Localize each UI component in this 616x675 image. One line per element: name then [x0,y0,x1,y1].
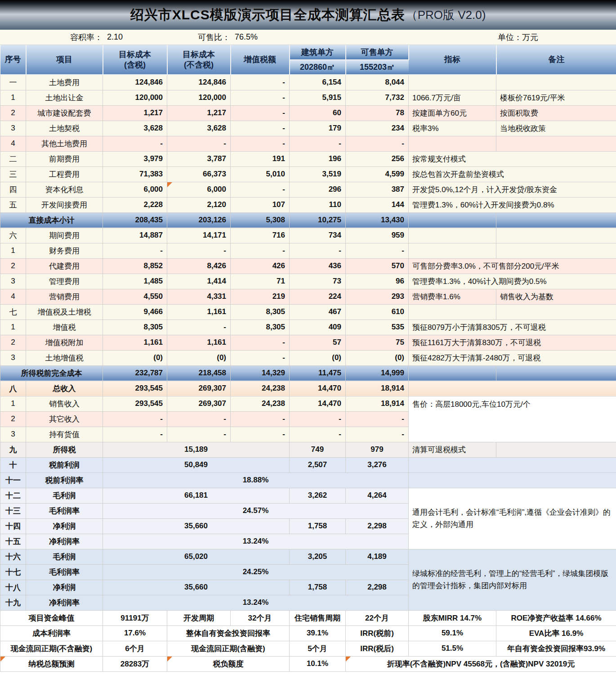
table-cell[interactable]: 6个月 [103,641,167,656]
table-cell[interactable]: 期间费用 [26,228,103,243]
table-cell[interactable]: 3 [0,274,26,289]
table-cell[interactable]: 2 [0,105,26,121]
table-cell[interactable]: 折现率(不含融资)NPV 45568元，(含融资)NPV 32019元 [346,656,616,671]
table-cell[interactable]: 2,298 [346,580,409,595]
table-cell[interactable]: 14,329 [231,365,290,381]
table-cell[interactable]: 387 [346,182,409,197]
table-cell[interactable]: 24,238 [231,396,290,411]
table-cell[interactable]: 开发间接费用 [26,197,103,212]
table-cell[interactable]: 毛利润率 [26,564,103,580]
table-cell[interactable]: 管理费1.3%，60%计入开发间接费为0.8% [409,197,616,212]
table-cell[interactable]: 179 [290,121,346,136]
table-cell[interactable]: 3,276 [346,457,409,472]
table-cell[interactable]: 6,000 [167,182,231,197]
table-cell[interactable]: 8,305 [231,304,290,320]
table-cell[interactable]: - [103,411,167,427]
table-cell[interactable]: 35,660 [103,580,290,595]
table-cell[interactable]: - [231,75,290,90]
table-cell[interactable]: 979 [346,442,409,457]
table-cell[interactable]: 所得税前完全成本 [0,365,103,381]
table-cell[interactable]: 11,475 [290,365,346,381]
table-cell[interactable]: 10.1% [290,656,346,671]
table-cell[interactable] [496,228,616,243]
table-cell[interactable]: ROE净资产收益率 14.66% [496,610,616,626]
table-cell[interactable]: - [346,427,409,442]
table-cell[interactable]: 按常规支付模式 [409,151,616,166]
table-cell[interactable]: 4,599 [346,166,409,182]
table-cell[interactable]: 1066.7万元/亩 [409,90,496,105]
table-cell[interactable]: 十一 [0,472,26,488]
table-cell[interactable] [409,228,496,243]
table-cell[interactable]: 5,010 [231,166,290,182]
table-cell[interactable]: 4,550 [103,289,167,304]
table-cell[interactable]: 191 [231,151,290,166]
table-cell[interactable]: 65,020 [103,549,290,564]
table-cell[interactable]: 13.24% [103,595,409,610]
col-header-seq[interactable]: 序号 [0,45,26,75]
table-cell[interactable]: 3,628 [167,121,231,136]
table-cell[interactable]: 十三 [0,503,26,518]
table-cell[interactable]: 91191万 [103,610,167,626]
table-cell[interactable]: 预征4282万大于清算-2480万，可退税 [409,350,616,365]
table-cell[interactable]: 734 [290,228,346,243]
table-cell[interactable] [496,365,616,381]
table-cell[interactable]: 18,914 [346,381,409,396]
table-cell[interactable]: 售价：高层18000元,车位10万元/个 [409,396,616,442]
table-cell[interactable]: 6,000 [103,182,167,197]
table-cell[interactable]: 3,979 [103,151,167,166]
table-cell[interactable]: 现金流回正期(不含融资) [0,641,103,656]
table-cell[interactable]: 一 [0,75,26,90]
table-cell[interactable]: 1,161 [103,335,167,350]
table-cell[interactable]: 8,044 [346,75,409,90]
table-cell[interactable]: (0) [346,350,409,365]
table-cell[interactable]: 2 [0,335,26,350]
col-header-salable-unit[interactable]: 可售单方 [346,45,409,60]
table-cell[interactable]: 10,275 [290,212,346,228]
table-cell[interactable]: 开发周期 [167,610,231,626]
table-cell[interactable]: 五 [0,197,26,212]
table-cell[interactable]: 按面积取费 [496,105,616,121]
table-cell[interactable]: 9,466 [103,304,167,320]
table-cell[interactable]: 1 [0,320,26,335]
table-cell[interactable]: 十七 [0,564,26,580]
table-cell[interactable]: 96 [346,274,409,289]
table-cell[interactable]: 6,154 [290,75,346,90]
table-cell[interactable]: 269,307 [167,381,231,396]
table-cell[interactable]: 60 [290,105,346,121]
table-cell[interactable]: 8,305 [103,320,167,335]
table-cell[interactable]: 其它收入 [26,411,103,427]
table-cell[interactable]: 通用会计毛利，会计标准“毛利润”,遵循《企业会计准则》的定义，外部沟通用 [409,488,616,549]
table-cell[interactable]: 2 [0,258,26,274]
table-cell[interactable]: 1,161 [167,335,231,350]
table-cell[interactable]: 按总包首次开盘前垫资模式 [409,166,616,182]
table-cell[interactable]: 232,787 [103,365,167,381]
table-cell[interactable]: 234 [346,121,409,136]
table-cell[interactable]: 工程费用 [26,166,103,182]
table-cell[interactable]: - [346,243,409,258]
table-cell[interactable]: 十八 [0,580,26,595]
table-cell[interactable]: 税率3% [409,121,496,136]
table-cell[interactable]: - [167,320,231,335]
table-cell[interactable]: 1,161 [167,304,231,320]
table-cell[interactable]: 开发贷5.0%,12个月，计入开发贷/股东资金 [409,182,616,197]
table-cell[interactable]: 直接成本小计 [0,212,103,228]
table-cell[interactable] [409,381,616,396]
table-cell[interactable]: - [231,105,290,121]
table-cell[interactable]: 17.6% [103,626,167,641]
table-cell[interactable]: 增值税 [26,320,103,335]
table-cell[interactable]: 税前利润 [26,457,103,472]
table-cell[interactable]: 楼板价7619元/平米 [496,90,616,105]
table-cell[interactable]: 4,331 [167,289,231,304]
table-cell[interactable]: - [290,411,346,427]
col-header-gfa-unit[interactable]: 建筑单方 [290,45,346,60]
table-cell[interactable]: 570 [346,258,409,274]
table-cell[interactable]: 股东MIRR 14.7% [409,610,496,626]
table-cell[interactable]: 18,914 [346,396,409,411]
table-cell[interactable]: 1,485 [103,274,167,289]
table-cell[interactable]: 28283万 [103,656,167,671]
table-cell[interactable]: 3 [0,427,26,442]
table-cell[interactable]: 六 [0,228,26,243]
table-cell[interactable]: 13,430 [346,212,409,228]
table-cell[interactable]: 107 [231,197,290,212]
table-cell[interactable]: 120,000 [167,90,231,105]
